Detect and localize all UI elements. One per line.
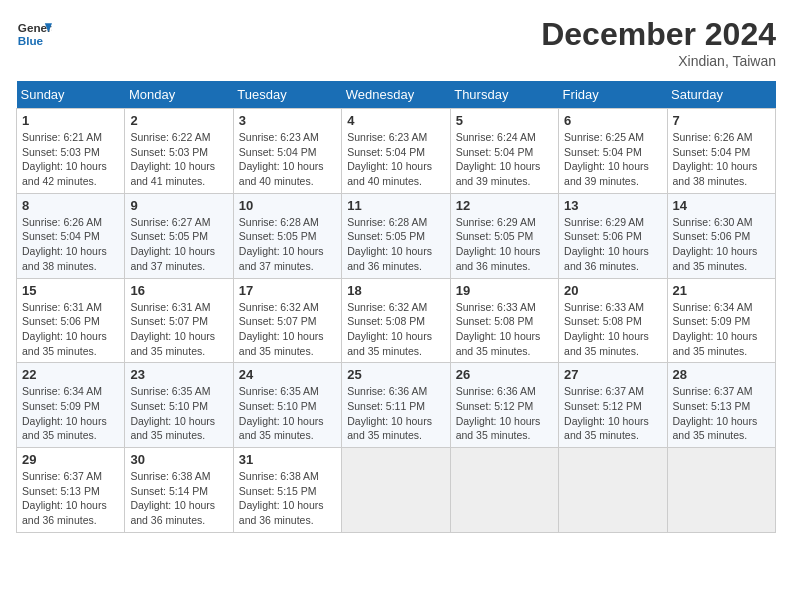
col-friday: Friday	[559, 81, 667, 109]
day-number: 23	[130, 367, 227, 382]
table-row: 1Sunrise: 6:21 AMSunset: 5:03 PMDaylight…	[17, 109, 125, 194]
day-number: 19	[456, 283, 553, 298]
day-info: Sunrise: 6:38 AMSunset: 5:14 PMDaylight:…	[130, 469, 227, 528]
logo: General Blue	[16, 16, 52, 52]
table-row: 3Sunrise: 6:23 AMSunset: 5:04 PMDaylight…	[233, 109, 341, 194]
day-info: Sunrise: 6:37 AMSunset: 5:12 PMDaylight:…	[564, 384, 661, 443]
day-number: 29	[22, 452, 119, 467]
table-row: 31Sunrise: 6:38 AMSunset: 5:15 PMDayligh…	[233, 448, 341, 533]
table-row: 17Sunrise: 6:32 AMSunset: 5:07 PMDayligh…	[233, 278, 341, 363]
day-number: 18	[347, 283, 444, 298]
table-row: 22Sunrise: 6:34 AMSunset: 5:09 PMDayligh…	[17, 363, 125, 448]
day-info: Sunrise: 6:28 AMSunset: 5:05 PMDaylight:…	[239, 215, 336, 274]
day-number: 24	[239, 367, 336, 382]
table-row: 5Sunrise: 6:24 AMSunset: 5:04 PMDaylight…	[450, 109, 558, 194]
col-tuesday: Tuesday	[233, 81, 341, 109]
day-number: 3	[239, 113, 336, 128]
day-number: 16	[130, 283, 227, 298]
table-row: 10Sunrise: 6:28 AMSunset: 5:05 PMDayligh…	[233, 193, 341, 278]
table-row	[559, 448, 667, 533]
table-row: 12Sunrise: 6:29 AMSunset: 5:05 PMDayligh…	[450, 193, 558, 278]
day-info: Sunrise: 6:26 AMSunset: 5:04 PMDaylight:…	[673, 130, 770, 189]
table-row: 8Sunrise: 6:26 AMSunset: 5:04 PMDaylight…	[17, 193, 125, 278]
table-row: 11Sunrise: 6:28 AMSunset: 5:05 PMDayligh…	[342, 193, 450, 278]
table-row: 29Sunrise: 6:37 AMSunset: 5:13 PMDayligh…	[17, 448, 125, 533]
table-row: 16Sunrise: 6:31 AMSunset: 5:07 PMDayligh…	[125, 278, 233, 363]
day-info: Sunrise: 6:36 AMSunset: 5:12 PMDaylight:…	[456, 384, 553, 443]
day-number: 22	[22, 367, 119, 382]
day-number: 27	[564, 367, 661, 382]
table-row: 4Sunrise: 6:23 AMSunset: 5:04 PMDaylight…	[342, 109, 450, 194]
day-number: 25	[347, 367, 444, 382]
day-info: Sunrise: 6:24 AMSunset: 5:04 PMDaylight:…	[456, 130, 553, 189]
table-row	[342, 448, 450, 533]
day-info: Sunrise: 6:35 AMSunset: 5:10 PMDaylight:…	[239, 384, 336, 443]
day-info: Sunrise: 6:33 AMSunset: 5:08 PMDaylight:…	[456, 300, 553, 359]
day-info: Sunrise: 6:35 AMSunset: 5:10 PMDaylight:…	[130, 384, 227, 443]
col-sunday: Sunday	[17, 81, 125, 109]
day-info: Sunrise: 6:29 AMSunset: 5:06 PMDaylight:…	[564, 215, 661, 274]
col-monday: Monday	[125, 81, 233, 109]
calendar-week-row: 29Sunrise: 6:37 AMSunset: 5:13 PMDayligh…	[17, 448, 776, 533]
day-number: 8	[22, 198, 119, 213]
day-number: 4	[347, 113, 444, 128]
day-number: 13	[564, 198, 661, 213]
table-row: 23Sunrise: 6:35 AMSunset: 5:10 PMDayligh…	[125, 363, 233, 448]
location: Xindian, Taiwan	[541, 53, 776, 69]
day-number: 7	[673, 113, 770, 128]
day-number: 31	[239, 452, 336, 467]
day-info: Sunrise: 6:34 AMSunset: 5:09 PMDaylight:…	[673, 300, 770, 359]
day-info: Sunrise: 6:27 AMSunset: 5:05 PMDaylight:…	[130, 215, 227, 274]
calendar-header-row: Sunday Monday Tuesday Wednesday Thursday…	[17, 81, 776, 109]
table-row: 13Sunrise: 6:29 AMSunset: 5:06 PMDayligh…	[559, 193, 667, 278]
table-row: 28Sunrise: 6:37 AMSunset: 5:13 PMDayligh…	[667, 363, 775, 448]
calendar-table: Sunday Monday Tuesday Wednesday Thursday…	[16, 81, 776, 533]
calendar-week-row: 1Sunrise: 6:21 AMSunset: 5:03 PMDaylight…	[17, 109, 776, 194]
month-title: December 2024	[541, 16, 776, 53]
table-row: 20Sunrise: 6:33 AMSunset: 5:08 PMDayligh…	[559, 278, 667, 363]
day-info: Sunrise: 6:37 AMSunset: 5:13 PMDaylight:…	[22, 469, 119, 528]
day-info: Sunrise: 6:37 AMSunset: 5:13 PMDaylight:…	[673, 384, 770, 443]
table-row: 9Sunrise: 6:27 AMSunset: 5:05 PMDaylight…	[125, 193, 233, 278]
day-number: 15	[22, 283, 119, 298]
day-number: 14	[673, 198, 770, 213]
day-info: Sunrise: 6:28 AMSunset: 5:05 PMDaylight:…	[347, 215, 444, 274]
calendar-week-row: 15Sunrise: 6:31 AMSunset: 5:06 PMDayligh…	[17, 278, 776, 363]
table-row	[667, 448, 775, 533]
table-row: 24Sunrise: 6:35 AMSunset: 5:10 PMDayligh…	[233, 363, 341, 448]
table-row: 15Sunrise: 6:31 AMSunset: 5:06 PMDayligh…	[17, 278, 125, 363]
day-number: 30	[130, 452, 227, 467]
day-info: Sunrise: 6:32 AMSunset: 5:08 PMDaylight:…	[347, 300, 444, 359]
day-number: 28	[673, 367, 770, 382]
table-row: 21Sunrise: 6:34 AMSunset: 5:09 PMDayligh…	[667, 278, 775, 363]
table-row: 7Sunrise: 6:26 AMSunset: 5:04 PMDaylight…	[667, 109, 775, 194]
day-info: Sunrise: 6:30 AMSunset: 5:06 PMDaylight:…	[673, 215, 770, 274]
table-row: 30Sunrise: 6:38 AMSunset: 5:14 PMDayligh…	[125, 448, 233, 533]
day-info: Sunrise: 6:38 AMSunset: 5:15 PMDaylight:…	[239, 469, 336, 528]
table-row: 25Sunrise: 6:36 AMSunset: 5:11 PMDayligh…	[342, 363, 450, 448]
day-number: 21	[673, 283, 770, 298]
day-info: Sunrise: 6:36 AMSunset: 5:11 PMDaylight:…	[347, 384, 444, 443]
day-number: 6	[564, 113, 661, 128]
day-number: 26	[456, 367, 553, 382]
page-header: General Blue December 2024 Xindian, Taiw…	[16, 16, 776, 69]
day-number: 11	[347, 198, 444, 213]
day-number: 20	[564, 283, 661, 298]
day-info: Sunrise: 6:33 AMSunset: 5:08 PMDaylight:…	[564, 300, 661, 359]
day-info: Sunrise: 6:26 AMSunset: 5:04 PMDaylight:…	[22, 215, 119, 274]
day-number: 12	[456, 198, 553, 213]
day-number: 10	[239, 198, 336, 213]
day-info: Sunrise: 6:22 AMSunset: 5:03 PMDaylight:…	[130, 130, 227, 189]
table-row	[450, 448, 558, 533]
calendar-week-row: 8Sunrise: 6:26 AMSunset: 5:04 PMDaylight…	[17, 193, 776, 278]
table-row: 19Sunrise: 6:33 AMSunset: 5:08 PMDayligh…	[450, 278, 558, 363]
logo-icon: General Blue	[16, 16, 52, 52]
day-info: Sunrise: 6:34 AMSunset: 5:09 PMDaylight:…	[22, 384, 119, 443]
day-info: Sunrise: 6:31 AMSunset: 5:06 PMDaylight:…	[22, 300, 119, 359]
col-wednesday: Wednesday	[342, 81, 450, 109]
col-saturday: Saturday	[667, 81, 775, 109]
table-row: 26Sunrise: 6:36 AMSunset: 5:12 PMDayligh…	[450, 363, 558, 448]
svg-text:Blue: Blue	[18, 34, 44, 47]
day-number: 2	[130, 113, 227, 128]
day-info: Sunrise: 6:21 AMSunset: 5:03 PMDaylight:…	[22, 130, 119, 189]
